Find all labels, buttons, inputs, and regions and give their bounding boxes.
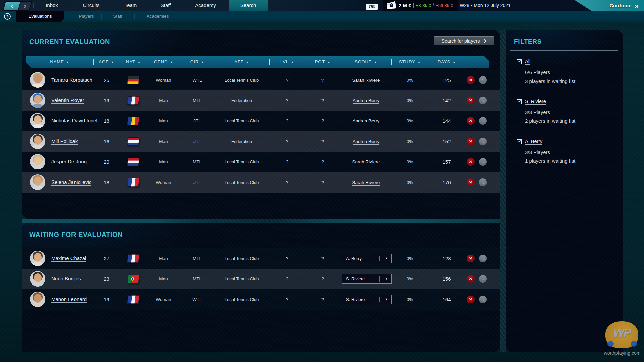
continue-button[interactable]: Continue » — [567, 0, 644, 11]
chevron-down-icon: ▼ — [385, 295, 388, 304]
nav-tab[interactable]: Academy — [183, 0, 229, 11]
player-affiliation: Federation — [214, 90, 269, 111]
filter-group: ✓ A. Berry 3/3 Players 1 players in wait… — [517, 139, 617, 164]
remove-button[interactable]: ✕ — [467, 296, 475, 303]
player-name-link[interactable]: Valentin Royer — [51, 97, 84, 104]
player-row[interactable]: Mili Poljicak 16 Man JTL Federation ? ? … — [22, 131, 500, 152]
reorder-button[interactable]: ↑↓ — [479, 178, 487, 186]
checkbox[interactable]: ✓ — [517, 139, 522, 144]
column-header-scout[interactable]: SCOUT▲ — [341, 56, 391, 68]
sub-nav-tab[interactable]: Staff — [101, 11, 134, 22]
sub-nav-tab[interactable]: Evaluations — [16, 11, 64, 22]
remove-button[interactable]: ✕ — [467, 97, 475, 104]
player-row[interactable]: Maxime Chazal 27 Man MTL Local Tennis Cl… — [22, 248, 500, 269]
player-row[interactable]: Tamara Korpatsch 25 Woman WTL Local Tenn… — [22, 70, 500, 90]
player-level: ? — [269, 131, 305, 152]
player-name-link[interactable]: Tamara Korpatsch — [51, 77, 92, 83]
remove-button[interactable]: ✕ — [467, 178, 475, 186]
player-age: 23 — [93, 269, 120, 289]
scout-dropdown[interactable]: S. Riviere ▼ — [342, 274, 392, 284]
player-row[interactable]: Jesper De Jong 20 Man MTL Local Tennis C… — [22, 152, 500, 172]
column-header-pot[interactable]: POT▲ — [305, 56, 341, 68]
player-row[interactable]: Valentin Royer 19 Man MTL Federation ? ?… — [22, 90, 500, 111]
reorder-button[interactable]: ↑↓ — [479, 275, 487, 283]
money-loss: +59.3k € — [436, 3, 453, 8]
column-header-study[interactable]: STUDY▲ — [391, 56, 429, 68]
column-separator — [214, 59, 214, 65]
player-row[interactable]: Nuno Borges 23 Man MTL Local Tennis Club… — [22, 269, 500, 289]
back-button[interactable]: ‹ — [3, 2, 20, 10]
filter-label[interactable]: S. Riviere — [525, 99, 546, 105]
player-study: 0% — [391, 248, 429, 269]
money-separator: | — [413, 3, 414, 8]
scout-dropdown[interactable]: S. Riviere ▼ — [342, 295, 392, 304]
scout-link[interactable]: Andrea Berry — [353, 98, 380, 104]
remove-button[interactable]: ✕ — [467, 138, 475, 145]
player-name-link[interactable]: Mili Poljicak — [51, 138, 78, 145]
forward-button[interactable]: › — [18, 2, 31, 10]
player-row[interactable]: Manon Leonard 19 Woman WTL Local Tennis … — [22, 289, 500, 310]
sub-nav-tab[interactable]: Players — [71, 11, 101, 22]
scout-link[interactable]: Andrea Berry — [353, 139, 380, 145]
remove-button[interactable]: ✕ — [467, 158, 475, 166]
column-separator — [269, 59, 270, 65]
player-circuit: MTL — [181, 90, 214, 111]
chevron-down-icon: ▼ — [385, 254, 388, 263]
watermark-dot — [607, 341, 614, 347]
column-header-age[interactable]: AGE▲ — [93, 56, 120, 68]
avatar — [30, 251, 45, 266]
player-row[interactable]: Selena Janicijevic 18 Woman JTL Local Te… — [22, 172, 500, 193]
checkbox[interactable]: ✓ — [517, 99, 522, 104]
scout-link[interactable]: Sarah Riviere — [352, 77, 380, 83]
sub-nav-tab[interactable]: Academies — [134, 11, 181, 22]
column-header-name[interactable]: NAME▲ — [26, 56, 93, 68]
column-header-nat[interactable]: NAT▲ — [120, 56, 147, 68]
player-level: ? — [269, 172, 305, 193]
sort-icon: ▲ — [327, 61, 330, 64]
help-icon[interactable]: ? — [4, 13, 11, 20]
dropdown-separator — [379, 256, 380, 261]
reorder-button[interactable]: ↑↓ — [479, 76, 487, 84]
scout-link[interactable]: Sarah Riviere — [352, 180, 380, 186]
nav-tab[interactable]: Circuits — [70, 0, 112, 11]
dropdown-separator — [379, 297, 380, 302]
column-header-aff[interactable]: AFF▲ — [214, 56, 269, 68]
nav-tab[interactable]: Team — [112, 0, 149, 11]
reorder-button[interactable]: ↑↓ — [479, 97, 487, 104]
player-name-link[interactable]: Selena Janicijevic — [51, 179, 91, 186]
reorder-button[interactable]: ↑↓ — [479, 117, 487, 125]
remove-button[interactable]: ✕ — [467, 117, 475, 125]
reorder-button[interactable]: ↑↓ — [479, 296, 487, 303]
player-gender: Woman — [147, 70, 181, 90]
reorder-button[interactable]: ↑↓ — [479, 138, 487, 145]
scout-link[interactable]: Sarah Riviere — [352, 159, 380, 165]
reorder-button[interactable]: ↑↓ — [479, 255, 487, 262]
filter-label[interactable]: All — [525, 59, 530, 65]
column-header-cir[interactable]: CIR▲ — [181, 56, 214, 68]
player-affiliation: Local Tennis Club — [214, 70, 269, 90]
x-icon: ✕ — [469, 297, 472, 301]
scout-dropdown[interactable]: A. Berry ▼ — [342, 254, 392, 263]
player-name-link[interactable]: Manon Leonard — [51, 296, 87, 303]
player-name-link[interactable]: Nicholas David Ionel — [51, 118, 97, 124]
nav-tab[interactable]: Inbox — [34, 0, 70, 11]
player-age: 20 — [93, 152, 120, 172]
column-header-days[interactable]: DAYS▲ — [429, 56, 465, 68]
remove-button[interactable]: ✕ — [467, 255, 475, 262]
remove-button[interactable]: ✕ — [467, 275, 475, 283]
player-name-link[interactable]: Jesper De Jong — [51, 159, 87, 165]
scout-link[interactable]: Andrea Berry — [353, 118, 380, 124]
player-name-link[interactable]: Maxime Chazal — [51, 255, 86, 262]
column-header-lvl[interactable]: LVL▲ — [269, 56, 305, 68]
nav-tab[interactable]: Staff — [149, 0, 183, 11]
remove-button[interactable]: ✕ — [467, 76, 475, 84]
player-age: 19 — [93, 90, 120, 111]
player-row[interactable]: Nicholas David Ionel 18 Man JTL Local Te… — [22, 111, 500, 131]
search-for-players-button[interactable]: Search for players ❯ — [434, 36, 494, 45]
column-header-gend[interactable]: GEND▲ — [147, 56, 181, 68]
checkbox[interactable]: ✓ — [517, 59, 522, 64]
reorder-button[interactable]: ↑↓ — [479, 158, 487, 166]
player-days: 157 — [429, 152, 465, 172]
player-name-link[interactable]: Nuno Borges — [51, 276, 81, 282]
filter-label[interactable]: A. Berry — [525, 139, 542, 145]
